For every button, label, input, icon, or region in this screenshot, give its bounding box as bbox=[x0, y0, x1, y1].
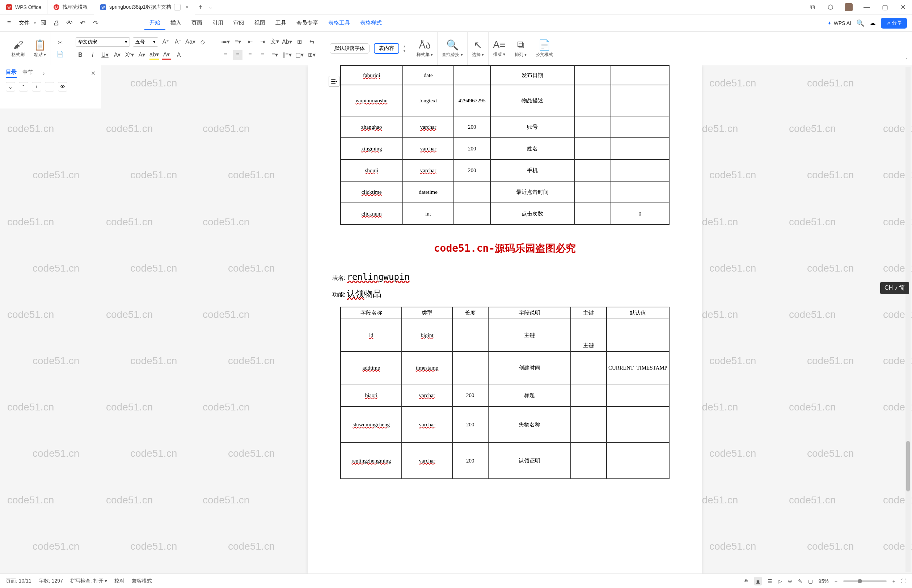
menu-tools[interactable]: 工具 bbox=[271, 17, 292, 29]
align-right-icon[interactable]: ≡ bbox=[245, 50, 255, 60]
tab-dropdown-icon[interactable]: ☰ bbox=[174, 4, 181, 10]
find-icon[interactable]: 🔍 bbox=[446, 39, 459, 51]
redo-icon[interactable]: ↷ bbox=[90, 18, 101, 29]
edit-icon[interactable]: ✎ bbox=[798, 578, 802, 584]
shading-icon[interactable]: ◫▾ bbox=[295, 50, 304, 60]
underline-icon[interactable]: U▾ bbox=[100, 50, 110, 60]
format-brush-icon[interactable]: 🖌 bbox=[13, 39, 23, 51]
status-compat[interactable]: 兼容模式 bbox=[132, 578, 152, 585]
preview-icon[interactable]: 👁 bbox=[64, 18, 75, 29]
outline-tab-chapter[interactable]: 章节 bbox=[23, 69, 33, 78]
text-direction-icon[interactable]: 文▾ bbox=[270, 37, 279, 47]
preview-mode-icon[interactable]: 👁 bbox=[744, 578, 748, 584]
menu-start[interactable]: 开始 bbox=[144, 16, 165, 30]
menu-view[interactable]: 视图 bbox=[249, 17, 271, 29]
justify-icon[interactable]: ≡ bbox=[258, 50, 267, 60]
decrease-font-icon[interactable]: A⁻ bbox=[173, 37, 183, 47]
outline-down-icon[interactable]: ⌄ bbox=[6, 82, 15, 92]
emphasis-icon[interactable]: A bbox=[174, 50, 183, 60]
close-button[interactable]: ✕ bbox=[897, 2, 909, 13]
page-break-icon[interactable]: ☰ ▾ bbox=[329, 76, 339, 87]
strikethrough-icon[interactable]: A▾ bbox=[113, 50, 122, 60]
outline-up-icon[interactable]: ⌃ bbox=[19, 82, 28, 92]
font-color-icon[interactable]: A▾ bbox=[162, 50, 171, 60]
bullets-icon[interactable]: ≔▾ bbox=[221, 37, 230, 47]
print-icon[interactable]: 🖨 bbox=[51, 18, 62, 29]
style-nav-up-icon[interactable]: ▴ bbox=[403, 44, 405, 48]
increase-font-icon[interactable]: A⁺ bbox=[161, 37, 170, 47]
outline-remove-icon[interactable]: − bbox=[45, 82, 54, 92]
menu-reference[interactable]: 引用 bbox=[207, 17, 228, 29]
line-spacing-icon[interactable]: ‖≡▾ bbox=[282, 50, 292, 60]
text-effect-icon[interactable]: A▾ bbox=[137, 50, 147, 60]
outline-tab-toc[interactable]: 目录 bbox=[6, 69, 17, 78]
wps-ai-button[interactable]: ✦WPS AI bbox=[827, 20, 851, 26]
style-set-icon[interactable]: Åა bbox=[419, 39, 431, 51]
style-nav-down-icon[interactable]: ▾ bbox=[403, 49, 405, 53]
menu-review[interactable]: 审阅 bbox=[228, 17, 249, 29]
cube-icon[interactable]: ⬡ bbox=[825, 2, 836, 13]
new-tab-button[interactable]: + bbox=[195, 3, 206, 11]
outline-eye-icon[interactable]: 👁 bbox=[58, 82, 67, 92]
minimize-button[interactable]: — bbox=[861, 2, 872, 13]
align-center-icon[interactable]: ≡ bbox=[233, 50, 243, 60]
scrollbar-thumb[interactable] bbox=[906, 441, 910, 491]
zoom-slider[interactable] bbox=[843, 580, 887, 582]
decrease-indent-icon[interactable]: ⇤ bbox=[245, 37, 255, 47]
font-name-select[interactable]: 华文仿宋▾ bbox=[76, 37, 130, 47]
page-view-icon[interactable]: ▣ bbox=[754, 577, 762, 585]
cloud-icon[interactable]: ☁ bbox=[869, 19, 876, 27]
clear-format-icon[interactable]: ◇ bbox=[198, 37, 207, 47]
borders-icon[interactable]: ⊞▾ bbox=[307, 50, 316, 60]
default-paragraph-style[interactable]: 默认段落字体 bbox=[330, 44, 369, 53]
avatar-icon[interactable] bbox=[843, 2, 854, 13]
outline-view-icon[interactable]: ☰ bbox=[768, 578, 772, 584]
status-page[interactable]: 页面: 10/11 bbox=[6, 578, 31, 585]
cut-icon[interactable]: ✂ bbox=[55, 38, 65, 47]
zoom-in-icon[interactable]: + bbox=[893, 578, 895, 584]
border-icon[interactable]: ⊞ bbox=[295, 37, 304, 47]
collapse-ribbon-icon[interactable]: ⌃ bbox=[905, 58, 909, 63]
bold-icon[interactable]: B bbox=[76, 50, 85, 60]
tab-docer[interactable]: D 找稻壳模板 bbox=[47, 0, 94, 15]
tab-more-icon[interactable]: ⌵ bbox=[209, 3, 212, 10]
save-icon[interactable]: 🖫 bbox=[38, 18, 49, 29]
zoom-out-icon[interactable]: − bbox=[834, 578, 837, 584]
globe-icon[interactable]: ⊕ bbox=[788, 578, 792, 584]
tab-wps-office[interactable]: W WPS Office bbox=[0, 0, 47, 15]
font-size-select[interactable]: 五号▾ bbox=[133, 37, 158, 47]
outline-next-icon[interactable]: › bbox=[43, 70, 45, 77]
arrange-icon[interactable]: ⧉ bbox=[517, 39, 525, 51]
menu-table-tools[interactable]: 表格工具 bbox=[323, 17, 355, 29]
numbering-icon[interactable]: ≡▾ bbox=[233, 37, 243, 47]
change-case-icon[interactable]: Aa▾ bbox=[186, 37, 195, 47]
zoom-thumb[interactable] bbox=[858, 579, 862, 583]
outline-add-icon[interactable]: + bbox=[32, 82, 41, 92]
fullscreen-icon[interactable]: ⛶ bbox=[901, 578, 906, 584]
status-proof[interactable]: 校对 bbox=[114, 578, 125, 585]
undo-icon[interactable]: ↶ bbox=[77, 18, 88, 29]
vertical-scrollbar[interactable] bbox=[906, 67, 910, 572]
status-spellcheck[interactable]: 拼写检查: 打开 ▾ bbox=[70, 578, 107, 585]
zoom-value[interactable]: 95% bbox=[819, 578, 829, 584]
fit-icon[interactable]: ▢ bbox=[808, 578, 813, 584]
phonetic-icon[interactable]: Ab▾ bbox=[282, 37, 292, 47]
writing-mode-icon[interactable]: 📄 bbox=[538, 39, 551, 51]
read-view-icon[interactable]: ▷ bbox=[778, 578, 782, 584]
copy-icon[interactable]: 📄 bbox=[55, 50, 65, 59]
menu-member[interactable]: 会员专享 bbox=[292, 17, 323, 29]
table-content-style[interactable]: 表内容 bbox=[374, 43, 399, 54]
distribute-icon[interactable]: ≡▾ bbox=[270, 50, 279, 60]
cursor-icon[interactable]: ↖ bbox=[474, 39, 482, 51]
menu-insert[interactable]: 插入 bbox=[165, 17, 186, 29]
tab-document[interactable]: W springboot38tp1数据库文档 ☰ × bbox=[94, 0, 195, 15]
copy-window-icon[interactable]: ⧉ bbox=[807, 2, 818, 13]
close-tab-icon[interactable]: × bbox=[186, 4, 189, 10]
superscript-icon[interactable]: X²▾ bbox=[125, 50, 134, 60]
search-icon[interactable]: 🔍 bbox=[856, 19, 864, 27]
menu-table-styles[interactable]: 表格样式 bbox=[355, 17, 387, 29]
document-viewport[interactable]: ☰ ▾ faburiqi date 发布日期 wupinmiaoshu long… bbox=[105, 65, 905, 573]
tab-icon[interactable]: ⇆ bbox=[307, 37, 316, 47]
file-menu[interactable]: 文件 bbox=[19, 19, 30, 26]
highlight-icon[interactable]: ab▾ bbox=[149, 50, 159, 60]
